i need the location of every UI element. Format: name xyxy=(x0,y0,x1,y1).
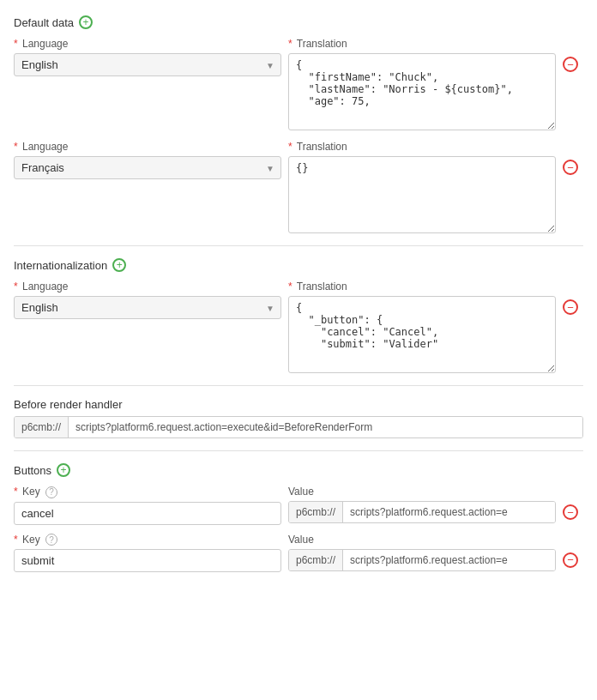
divider-2 xyxy=(14,385,583,386)
language-label-1: * Language xyxy=(14,38,281,50)
intl-header: Internationalization + xyxy=(14,258,583,272)
language-select-1[interactable]: English Français xyxy=(14,53,281,76)
button-key-input-1[interactable] xyxy=(14,502,281,525)
intl-label: Internationalization xyxy=(14,259,107,272)
button-value-field-2: Value p6cmb:// xyxy=(288,534,556,571)
button-url-prefix-1: p6cmb:// xyxy=(289,502,343,522)
button-url-row-2: p6cmb:// xyxy=(288,549,556,571)
intl-translation-field-1: * Translation { "_button": { "cancel": "… xyxy=(288,281,556,373)
button-url-input-1[interactable] xyxy=(343,502,555,522)
language-select-wrapper-1: English Français ▼ xyxy=(14,53,281,76)
language-field-1: * Language English Français ▼ xyxy=(14,38,281,76)
button-url-row-1: p6cmb:// xyxy=(288,501,556,523)
translation-textarea-1[interactable]: { "firstName": "Chuck", "lastName": "Nor… xyxy=(288,53,556,130)
before-render-input-row: p6cmb:// xyxy=(14,416,583,438)
default-data-label: Default data xyxy=(14,16,74,29)
translation-textarea-2[interactable]: {} xyxy=(288,156,556,233)
remove-button-row-1-icon[interactable]: − xyxy=(563,504,578,520)
divider-3 xyxy=(14,450,583,451)
before-render-prefix: p6cmb:// xyxy=(15,417,69,438)
translation-field-1: * Translation { "firstName": "Chuck", "l… xyxy=(288,38,556,130)
button-url-input-2[interactable] xyxy=(343,550,555,570)
default-data-row-2: * Language English Français ▼ * Translat… xyxy=(14,141,583,233)
before-render-input[interactable] xyxy=(69,417,582,438)
button-key-label-2: * Key ? xyxy=(14,534,281,546)
button-row-1: * Key ? Value p6cmb:// − xyxy=(14,486,583,525)
buttons-label: Buttons xyxy=(14,464,51,477)
button-value-field-1: Value p6cmb:// xyxy=(288,486,556,523)
button-value-label-1: Value xyxy=(288,486,556,498)
button-key-input-2[interactable] xyxy=(14,549,281,572)
before-render-section: Before render handler p6cmb:// xyxy=(14,398,583,438)
key-help-icon-2[interactable]: ? xyxy=(45,534,57,546)
intl-add-icon[interactable]: + xyxy=(112,258,126,272)
button-key-field-2: * Key ? xyxy=(14,534,281,573)
language-field-2: * Language English Français ▼ xyxy=(14,141,281,179)
default-data-header: Default data + xyxy=(14,15,583,29)
remove-row-2-icon[interactable]: − xyxy=(563,160,578,175)
intl-language-field-1: * Language English Français ▼ xyxy=(14,281,281,319)
before-render-label: Before render handler xyxy=(14,398,583,411)
translation-label-2: * Translation xyxy=(288,141,556,153)
remove-row-1-icon[interactable]: − xyxy=(563,57,578,72)
intl-translation-label-1: * Translation xyxy=(288,281,556,293)
buttons-add-icon[interactable]: + xyxy=(57,463,70,477)
intl-translation-textarea-1[interactable]: { "_button": { "cancel": "Cancel", "subm… xyxy=(288,296,556,373)
intl-language-select-1[interactable]: English Français xyxy=(14,296,281,319)
divider-1 xyxy=(14,245,583,246)
button-key-field-1: * Key ? xyxy=(14,486,281,525)
button-row-2: * Key ? Value p6cmb:// − xyxy=(14,534,583,573)
default-data-add-icon[interactable]: + xyxy=(79,15,93,29)
button-key-label-1: * Key ? xyxy=(14,486,281,498)
remove-button-row-2-icon[interactable]: − xyxy=(563,552,578,568)
remove-intl-row-1-icon[interactable]: − xyxy=(563,299,578,315)
button-url-prefix-2: p6cmb:// xyxy=(289,550,343,570)
language-label-2: * Language xyxy=(14,141,281,153)
intl-language-select-wrapper-1: English Français ▼ xyxy=(14,296,281,319)
intl-language-label-1: * Language xyxy=(14,281,281,293)
language-select-wrapper-2: English Français ▼ xyxy=(14,156,281,179)
intl-row-1: * Language English Français ▼ * Translat… xyxy=(14,281,583,373)
translation-field-2: * Translation {} xyxy=(288,141,556,233)
translation-label-1: * Translation xyxy=(288,38,556,50)
key-help-icon-1[interactable]: ? xyxy=(45,486,57,498)
language-select-2[interactable]: English Français xyxy=(14,156,281,179)
buttons-header: Buttons + xyxy=(14,463,583,477)
default-data-row-1: * Language English Français ▼ * Translat… xyxy=(14,38,583,130)
button-value-label-2: Value xyxy=(288,534,556,546)
buttons-section: Buttons + * Key ? Value p6cmb:// − * Key xyxy=(14,463,583,572)
